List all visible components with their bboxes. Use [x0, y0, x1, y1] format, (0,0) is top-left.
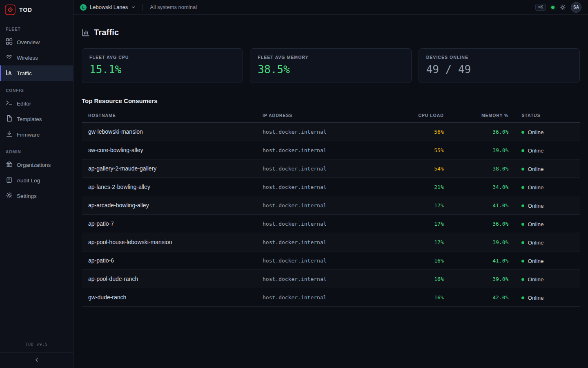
sidebar-item-label: Templates [17, 116, 42, 122]
status-dot-icon [521, 186, 524, 189]
page-header: Traffic [82, 28, 580, 37]
cpu-load-cell: 17% [396, 233, 450, 251]
clipboard-icon [6, 176, 13, 184]
top-resource-consumers-table: Hostname IP Address CPU Load Memory % St… [82, 108, 580, 307]
org-switcher[interactable]: L Lebowski Lanes [80, 4, 136, 11]
sidebar-item-label: Editor [17, 101, 31, 107]
sidebar-nav: Fleet Overview Wireless Traffic Config E… [0, 20, 73, 204]
download-icon [6, 130, 13, 139]
status-cell: Online [515, 178, 580, 196]
status-cell: Online [515, 215, 580, 233]
cpu-load-cell: 16% [396, 270, 450, 288]
sidebar-item-templates[interactable]: Templates [0, 111, 73, 127]
sun-icon [560, 4, 566, 10]
sidebar-item-settings[interactable]: Settings [0, 188, 73, 204]
table-header: Hostname IP Address CPU Load Memory % St… [82, 108, 580, 123]
sidebar-section-admin: Admin [6, 150, 67, 154]
status-cell: Online [515, 233, 580, 251]
table-row[interactable]: ap-arcade-bowling-alleyhost.docker.inter… [82, 196, 580, 215]
status-dot-icon [521, 168, 524, 171]
hostname-cell: ap-pool-dude-ranch [82, 270, 256, 288]
theme-toggle-button[interactable] [560, 4, 566, 10]
status-dot-icon [521, 260, 524, 263]
status-dot-icon [521, 223, 524, 226]
status-cell: Online [515, 196, 580, 215]
stat-value: 15.1% [89, 63, 235, 76]
sidebar-item-wireless[interactable]: Wireless [0, 50, 73, 65]
cpu-load-cell: 17% [396, 196, 450, 215]
ip-address-cell: host.docker.internal [256, 288, 396, 307]
cpu-load-cell: 55% [396, 141, 450, 159]
status-badge: Online [528, 148, 543, 154]
column-header-hostname: Hostname [82, 108, 256, 123]
sidebar-item-overview[interactable]: Overview [0, 34, 73, 50]
memory-cell: 41.0% [450, 196, 515, 215]
status-dot-icon [521, 131, 524, 134]
sidebar-item-label: Audit Log [17, 177, 40, 184]
status-badge: Online [528, 221, 543, 227]
cpu-load-cell: 54% [396, 159, 450, 178]
sidebar-item-label: Overview [17, 39, 40, 45]
sidebar-item-organizations[interactable]: Organizations [0, 157, 73, 173]
stat-card-fleet-avg-cpu: Fleet Avg CPU 15.1% [82, 48, 243, 83]
status-badge: Online [528, 129, 543, 135]
hostname-cell: gw-dude-ranch [82, 288, 256, 307]
sidebar-item-label: Settings [17, 193, 37, 199]
cpu-load-cell: 16% [396, 251, 450, 270]
app-logo-icon [5, 4, 16, 15]
topbar: L Lebowski Lanes All systems nominal ⌘K … [74, 0, 588, 15]
stat-cards: Fleet Avg CPU 15.1% Fleet Avg Memory 38.… [82, 48, 580, 83]
table-row[interactable]: ap-gallery-2-maude-galleryhost.docker.in… [82, 159, 580, 178]
user-avatar[interactable]: SA [571, 2, 581, 13]
table-row[interactable]: ap-pool-house-lebowski-mansionhost.docke… [82, 233, 580, 251]
file-icon [6, 115, 13, 123]
topbar-divider [143, 4, 143, 11]
status-cell: Online [515, 159, 580, 178]
sidebar-item-label: Traffic [17, 70, 32, 76]
table-row[interactable]: gw-dude-ranchhost.docker.internal16%42.0… [82, 288, 580, 307]
sidebar-item-audit-log[interactable]: Audit Log [0, 173, 73, 188]
status-badge: Online [528, 258, 543, 264]
stat-label: Fleet Avg Memory [258, 55, 403, 60]
grid-icon [6, 38, 13, 46]
memory-cell: 34.0% [450, 178, 515, 196]
table-row[interactable]: gw-lebowski-mansionhost.docker.internal5… [82, 123, 580, 141]
table-row[interactable]: ap-patio-7host.docker.internal17%36.0%On… [82, 215, 580, 233]
hostname-cell: gw-lebowski-mansion [82, 123, 256, 141]
memory-cell: 36.0% [450, 215, 515, 233]
stat-card-fleet-avg-memory: Fleet Avg Memory 38.5% [250, 48, 411, 83]
sidebar-item-editor[interactable]: Editor [0, 96, 73, 111]
status-dot-icon [521, 241, 524, 244]
table-row[interactable]: ap-patio-6host.docker.internal16%41.0%On… [82, 251, 580, 270]
gear-icon [6, 192, 13, 200]
command-palette-shortcut[interactable]: ⌘K [535, 4, 546, 11]
ip-address-cell: host.docker.internal [256, 233, 396, 251]
bar-chart-icon [82, 29, 90, 37]
org-name: Lebowski Lanes [90, 4, 128, 10]
app-logo[interactable]: TOD [0, 0, 73, 20]
collapse-sidebar-button[interactable] [0, 352, 73, 368]
table-row[interactable]: sw-core-bowling-alleyhost.docker.interna… [82, 141, 580, 159]
sidebar-item-firmware[interactable]: Firmware [0, 127, 73, 142]
cpu-load-cell: 56% [396, 123, 450, 141]
ip-address-cell: host.docker.internal [256, 178, 396, 196]
memory-cell: 39.0% [450, 233, 515, 251]
memory-cell: 36.0% [450, 123, 515, 141]
chevron-left-icon [34, 357, 40, 364]
column-header-ip-address: IP Address [256, 108, 396, 123]
ip-address-cell: host.docker.internal [256, 196, 396, 215]
status-badge: Online [528, 166, 543, 172]
hostname-cell: ap-gallery-2-maude-gallery [82, 159, 256, 178]
stat-label: Fleet Avg CPU [89, 55, 235, 60]
hostname-cell: ap-lanes-2-bowling-alley [82, 178, 256, 196]
column-header-cpu-load: CPU Load [396, 108, 450, 123]
org-avatar: L [80, 4, 87, 11]
app-name: TOD [19, 7, 32, 13]
status-cell: Online [515, 270, 580, 288]
table-row[interactable]: ap-lanes-2-bowling-alleyhost.docker.inte… [82, 178, 580, 196]
sidebar-item-traffic[interactable]: Traffic [0, 65, 73, 81]
status-badge: Online [528, 184, 543, 191]
hostname-cell: sw-core-bowling-alley [82, 141, 256, 159]
table-row[interactable]: ap-pool-dude-ranchhost.docker.internal16… [82, 270, 580, 288]
terminal-icon [6, 99, 13, 108]
